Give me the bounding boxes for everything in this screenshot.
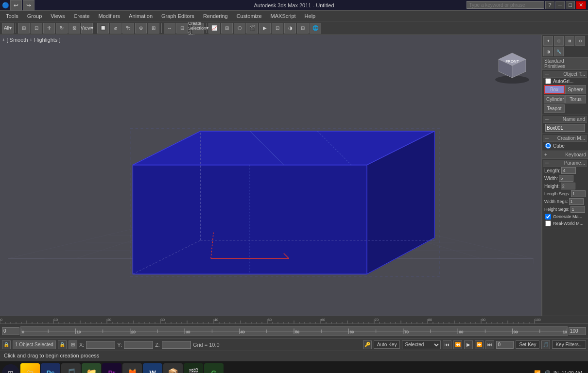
selected-dropdown[interactable]: Selected bbox=[402, 340, 441, 349]
prev-frame-btn[interactable]: ⏪ bbox=[453, 340, 462, 349]
percent-snap[interactable]: % bbox=[122, 23, 134, 34]
utilities-panel-icon[interactable]: 🔧 bbox=[554, 47, 564, 56]
real-world-checkbox[interactable] bbox=[545, 220, 551, 226]
menu-views[interactable]: Views bbox=[47, 12, 69, 20]
menu-create[interactable]: Create bbox=[69, 12, 93, 20]
schematic-btn[interactable]: ⊞ bbox=[221, 23, 233, 34]
help-button[interactable]: ? bbox=[545, 1, 554, 9]
scale-btn[interactable]: ⊠ bbox=[69, 23, 80, 34]
width-input[interactable] bbox=[559, 175, 573, 182]
view-dropdown[interactable]: View▾ bbox=[81, 23, 93, 34]
go-start-btn[interactable]: ⏮ bbox=[443, 340, 451, 349]
maximize-button[interactable]: □ bbox=[566, 1, 575, 9]
sphere-button[interactable]: Sphere bbox=[565, 85, 586, 94]
create-selection-dropdown[interactable]: Create Selection S...▾ bbox=[192, 23, 204, 34]
taskbar-icon-explorer[interactable]: 🗂 bbox=[20, 363, 40, 373]
graph-editor-btn[interactable]: 📈 bbox=[208, 23, 220, 34]
select-region-btn[interactable]: ⊡ bbox=[31, 23, 42, 34]
menu-modifiers[interactable]: Modifiers bbox=[94, 12, 124, 20]
frame-current-input[interactable] bbox=[2, 327, 19, 335]
menu-graph-editors[interactable]: Graph Editors bbox=[157, 12, 198, 20]
frame-end-input[interactable] bbox=[569, 327, 586, 335]
taskbar-icon-3dsmax[interactable]: 📦 bbox=[163, 363, 183, 373]
rotate-btn[interactable]: ↻ bbox=[56, 23, 68, 34]
go-end-btn[interactable]: ⏭ bbox=[485, 340, 494, 349]
taskbar-icon-files[interactable]: 📁 bbox=[82, 363, 101, 373]
render-output-btn[interactable]: ⊟ bbox=[297, 23, 309, 34]
selection-lock-icon[interactable]: 🔒 bbox=[58, 340, 67, 349]
select-filter-dropdown[interactable]: All▾ bbox=[2, 23, 14, 34]
length-input[interactable] bbox=[561, 167, 576, 174]
angle-snap[interactable]: ⌀ bbox=[110, 23, 121, 34]
hierarchy-panel-icon[interactable]: ⊠ bbox=[565, 36, 574, 46]
taskbar-icon-photoshop[interactable]: Ps bbox=[41, 363, 60, 373]
display-panel-icon[interactable]: ◑ bbox=[543, 47, 553, 56]
timeline[interactable]: 0 10 20 30 40 50 60 70 80 90 1 bbox=[20, 326, 568, 336]
viewcube[interactable]: FRONT bbox=[493, 45, 532, 84]
render-type-btn[interactable]: ⊡ bbox=[272, 23, 283, 34]
key-icon2[interactable]: 🎵 bbox=[541, 340, 550, 349]
cube-radio[interactable] bbox=[545, 143, 551, 149]
generate-mapping-checkbox[interactable] bbox=[545, 214, 551, 220]
quick-render-btn[interactable]: ▶ bbox=[259, 23, 271, 34]
snap-toggle[interactable]: 🔲 bbox=[97, 23, 109, 34]
name-section-title[interactable]: ─ Name and bbox=[543, 116, 587, 123]
move-btn[interactable]: ✛ bbox=[43, 23, 55, 34]
width-segs-input[interactable] bbox=[569, 198, 584, 205]
menu-customize[interactable]: Customize bbox=[233, 12, 266, 20]
select-object-btn[interactable]: ⊞ bbox=[18, 23, 30, 34]
menu-group[interactable]: Group bbox=[23, 12, 46, 20]
taskbar-icon-premiere[interactable]: Pr bbox=[102, 363, 121, 373]
motion-panel-icon[interactable]: ⊙ bbox=[575, 36, 585, 46]
align-btn[interactable]: ⊟ bbox=[176, 23, 188, 34]
keyboard-section-title[interactable]: + Keyboard bbox=[542, 151, 588, 159]
minimize-button[interactable]: ─ bbox=[555, 1, 565, 9]
render-scene-btn[interactable]: 🎬 bbox=[246, 23, 258, 34]
parameters-title[interactable]: ─ Parame... bbox=[543, 160, 587, 167]
cylinder-button[interactable]: Cylinder bbox=[544, 95, 565, 103]
menu-tools[interactable]: Tools bbox=[2, 12, 22, 20]
taskbar-icon-app10[interactable]: G bbox=[204, 363, 224, 373]
taskbar-icon-firefox[interactable]: 🦊 bbox=[122, 363, 142, 373]
auto-grid-checkbox[interactable] bbox=[545, 78, 551, 84]
menu-animation[interactable]: Animation bbox=[125, 12, 156, 20]
viewport[interactable]: + [ Smooth + Highlights ] FRONT bbox=[0, 35, 542, 316]
length-segs-input[interactable] bbox=[571, 190, 586, 197]
toolbar-redo[interactable]: ↪ bbox=[23, 0, 35, 11]
height-input[interactable] bbox=[561, 183, 575, 189]
x-coord-input[interactable] bbox=[86, 341, 115, 349]
menu-rendering[interactable]: Rendering bbox=[199, 12, 232, 20]
taskbar-icon-app9[interactable]: 🎬 bbox=[184, 363, 203, 373]
height-segs-input[interactable] bbox=[571, 206, 585, 213]
key-icon[interactable]: 🔑 bbox=[363, 340, 372, 349]
menu-maxscript[interactable]: MAXScript bbox=[267, 12, 300, 20]
active-shade-btn[interactable]: ◑ bbox=[284, 23, 296, 34]
auto-key-button[interactable]: Auto Key bbox=[374, 340, 400, 349]
box-button[interactable]: Box bbox=[544, 85, 565, 94]
snap-options[interactable]: ⊞ bbox=[148, 23, 159, 34]
start-button[interactable]: ⊞ bbox=[2, 364, 19, 373]
object-type-title[interactable]: ─ Object T... bbox=[543, 71, 587, 78]
torus-button[interactable]: Torus bbox=[565, 95, 586, 103]
material-editor-btn[interactable]: ⬡ bbox=[234, 23, 245, 34]
mirror-btn[interactable]: ↔ bbox=[164, 23, 175, 34]
menu-help[interactable]: Help bbox=[301, 12, 320, 20]
taskbar-icon-media[interactable]: 🎵 bbox=[61, 363, 81, 373]
next-frame-btn[interactable]: ⏩ bbox=[475, 340, 484, 349]
search-input[interactable] bbox=[467, 1, 544, 9]
lock-icon[interactable]: 🔒 bbox=[2, 340, 11, 349]
current-frame-display[interactable] bbox=[496, 341, 514, 349]
play-btn[interactable]: ▶ bbox=[464, 340, 473, 349]
teapot-button[interactable]: Teapot bbox=[544, 104, 565, 113]
modify-panel-icon[interactable]: ⊞ bbox=[554, 36, 564, 46]
taskbar-icon-word[interactable]: W bbox=[143, 363, 162, 373]
close-button[interactable]: ✕ bbox=[576, 1, 586, 9]
z-coord-input[interactable] bbox=[162, 341, 191, 349]
y-coord-input[interactable] bbox=[124, 341, 153, 349]
environment-btn[interactable]: 🌐 bbox=[310, 23, 321, 34]
key-filters-button[interactable]: Key Filters... bbox=[552, 340, 586, 349]
create-panel-icon[interactable]: ✦ bbox=[543, 36, 553, 46]
spinner-snap[interactable]: ⊕ bbox=[135, 23, 147, 34]
set-key-button[interactable]: Set Key bbox=[516, 340, 539, 349]
toolbar-undo[interactable]: ↩ bbox=[10, 0, 22, 11]
